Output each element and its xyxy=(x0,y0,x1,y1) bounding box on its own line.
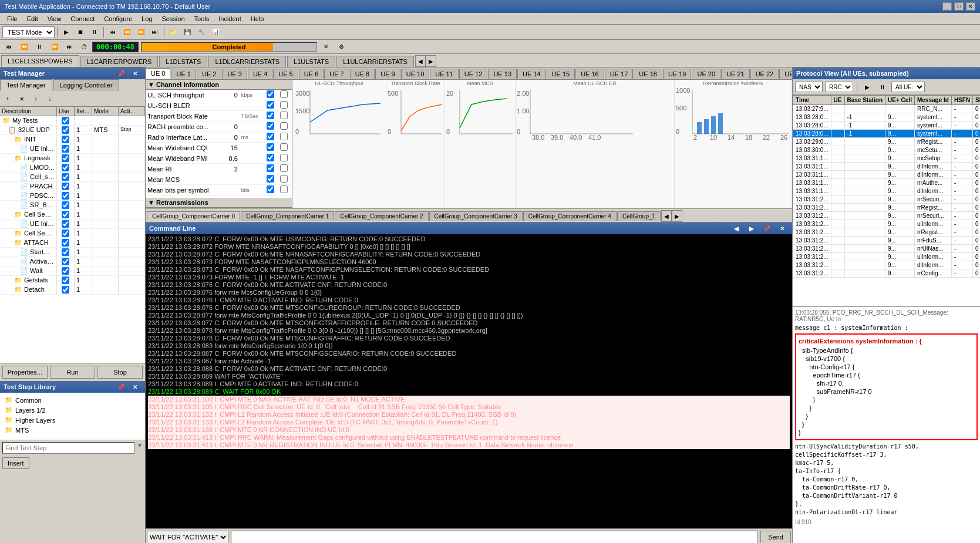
nav-scroll-left[interactable]: ◀ xyxy=(415,55,426,67)
menu-session[interactable]: Session xyxy=(157,14,189,23)
ue-tab-7[interactable]: UE 7 xyxy=(324,69,349,79)
menu-edit[interactable]: Edit xyxy=(22,14,43,23)
timer-settings-btn[interactable]: ⚙ xyxy=(335,41,348,53)
ch-snap-6[interactable] xyxy=(280,143,288,151)
cell-tab-0[interactable]: CellGroup_ComponentCarrier 0 xyxy=(147,211,240,221)
tree-row-cell-search-1[interactable]: 📁 Cell Searc... 1 xyxy=(0,210,145,220)
step-mts[interactable]: 📁 MTS xyxy=(2,425,143,435)
ch-check-5[interactable] xyxy=(267,133,274,140)
proto-row-8[interactable]: 13:03:31:1...9...dlInform...-0 xyxy=(793,163,981,171)
ch-snap-3[interactable] xyxy=(280,112,288,119)
proto-row-1[interactable]: 13:03:27:9...RRC_N...-0 xyxy=(793,105,981,113)
nav-scroll-right[interactable]: ▶ xyxy=(426,55,436,67)
proto-row-5[interactable]: 13:03:29:0...9...rrRegist...-0 xyxy=(793,138,981,146)
ue-tab-3[interactable]: UE 3 xyxy=(222,69,247,79)
toolbar-btn-8[interactable]: 📊 xyxy=(209,26,222,39)
ue-tab-20[interactable]: UE 20 xyxy=(692,69,720,79)
step-common[interactable]: 📁 Common xyxy=(2,395,143,405)
tree-row-ue-init-2[interactable]: 📄 UE Init... 1 xyxy=(0,220,145,229)
proto-row-16[interactable]: 13:03:31:2...9...rrRegist...-0 xyxy=(793,228,981,237)
proto-all-ue-dropdown[interactable]: All UE: xyxy=(891,82,925,92)
proto-row-10[interactable]: 13:03:31:1...9...nrAuthe...-0 xyxy=(793,179,981,187)
ch-snap-9[interactable] xyxy=(280,175,288,183)
insert-btn[interactable]: Insert xyxy=(2,457,29,469)
ch-check-1[interactable] xyxy=(267,90,274,98)
ch-check-4[interactable] xyxy=(267,122,274,130)
cell-scroll-right[interactable]: ▶ xyxy=(672,210,682,222)
ue-tab-2[interactable]: UE 2 xyxy=(197,69,221,79)
timer-btn-4[interactable]: ⏩ xyxy=(48,41,61,53)
close-btn[interactable]: ✕ xyxy=(966,2,975,11)
tree-row-wait[interactable]: 📄 Wait 1 xyxy=(0,267,145,276)
tab-test-manager[interactable]: Test Manager xyxy=(0,79,52,91)
panel-close-btn[interactable]: ✕ xyxy=(129,67,142,80)
ue-tab-5[interactable]: UE 5 xyxy=(273,69,298,79)
ch-snap-7[interactable] xyxy=(280,154,288,161)
tree-row-activati[interactable]: 📄 Activati... 1 xyxy=(0,257,145,267)
ch-check-8[interactable] xyxy=(267,164,274,172)
step-higher-layers[interactable]: 📁 Higher Layers xyxy=(2,415,143,425)
menu-tools[interactable]: Tools xyxy=(190,14,214,23)
ch-check-9[interactable] xyxy=(267,175,274,183)
toolbar-play-btn[interactable]: ▶ xyxy=(60,26,73,39)
tree-row-pdsc[interactable]: 📄 PDSC... 1 xyxy=(0,191,145,201)
cell-tab-4[interactable]: CellGroup_ComponentCarrier 4 xyxy=(523,211,617,221)
tab-l1cellssbpowers[interactable]: L1CELLSSBPOWERS xyxy=(1,55,79,67)
proto-row-11[interactable]: 13:03:31:1...9...dlInform...-0 xyxy=(793,187,981,195)
timer-btn-3[interactable]: ⏸ xyxy=(33,41,46,53)
ue-tab-13[interactable]: UE 13 xyxy=(488,69,517,79)
proto-pause-btn[interactable]: ⏸ xyxy=(876,80,889,93)
tree-row-prach[interactable]: 📄 PRACH 1 xyxy=(0,182,145,191)
tree-add-btn[interactable]: + xyxy=(1,92,14,105)
wait-for-select[interactable]: WAIT FOR "ACTIVATE" xyxy=(147,531,228,544)
panel-pin-btn[interactable]: 📌 xyxy=(114,67,127,80)
tree-remove-btn[interactable]: ✕ xyxy=(15,92,28,105)
ue-tab-9[interactable]: UE 9 xyxy=(375,69,400,79)
ue-tab-8[interactable]: UE 8 xyxy=(350,69,375,79)
ch-snap-10[interactable] xyxy=(280,186,288,193)
timer-btn-1[interactable]: ⏮ xyxy=(2,41,15,53)
ue-tab-0[interactable]: UE 0 xyxy=(146,68,170,79)
toolbar-btn-2[interactable]: ⏪ xyxy=(120,26,133,39)
step-lib-close-btn[interactable]: ✕ xyxy=(129,380,142,393)
timer-btn-5[interactable]: ⏭ xyxy=(63,41,76,53)
ch-check-2[interactable] xyxy=(267,101,274,109)
toolbar-btn-5[interactable]: 📁 xyxy=(167,26,180,39)
ue-tab-11[interactable]: UE 11 xyxy=(430,69,459,79)
proto-row-20[interactable]: 13:03:31:2...9...dlInform...-0 xyxy=(793,261,981,269)
proto-row-13[interactable]: 13:03:31:2...9...rrRegist...-0 xyxy=(793,204,981,212)
cmd-nav-right[interactable]: ▶ xyxy=(745,222,758,235)
tab-l1ulstats[interactable]: L1ULSTATS xyxy=(287,56,335,67)
ch-snap-2[interactable] xyxy=(280,101,288,109)
cmd-pin-btn[interactable]: 📌 xyxy=(760,222,773,235)
cmd-close-btn[interactable]: ✕ xyxy=(776,222,789,235)
ue-tab-16[interactable]: UE 16 xyxy=(575,69,604,79)
cell-tab-5[interactable]: CellGroup_1 xyxy=(617,211,661,221)
tree-row-attach[interactable]: 📁 ATTACH 1 xyxy=(0,238,145,248)
cmd-nav-left[interactable]: ◀ xyxy=(730,222,743,235)
ue-tab-4[interactable]: UE 4 xyxy=(248,69,272,79)
menu-connect[interactable]: Connect xyxy=(66,14,99,23)
run-btn[interactable]: Run xyxy=(50,366,95,379)
proto-row-21[interactable]: 13:03:31:2...9...rrConfig...-0 xyxy=(793,269,981,278)
tree-row-getstats[interactable]: 📁 Getstats 1 xyxy=(0,276,145,285)
ch-snap-5[interactable] xyxy=(280,133,288,140)
find-step-input[interactable] xyxy=(2,442,134,454)
menu-log[interactable]: Log xyxy=(137,14,157,23)
proto-row-17[interactable]: 13:03:31:2...9...nrFduS...-0 xyxy=(793,237,981,245)
ue-tab-14[interactable]: UE 14 xyxy=(517,69,546,79)
tree-row-cell-se[interactable]: 📄 Cell_se... 1 xyxy=(0,173,145,182)
proto-row-15[interactable]: 13:03:31:2...9...ulInform...-0 xyxy=(793,220,981,228)
menu-view[interactable]: View xyxy=(43,14,66,23)
menu-incident[interactable]: Incident xyxy=(214,14,246,23)
tree-row-cell-search-2[interactable]: 📁 Cell Searc... 1 xyxy=(0,229,145,238)
ue-tab-10[interactable]: UE 10 xyxy=(401,69,430,79)
proto-row-18[interactable]: 13:03:31:2...9...nrUlNas...-0 xyxy=(793,245,981,253)
toolbar-btn-6[interactable]: 💾 xyxy=(181,26,194,39)
ue-tab-18[interactable]: UE 18 xyxy=(634,69,662,79)
proto-row-19[interactable]: 13:03:31:2...9...ulInform...-0 xyxy=(793,253,981,261)
minimize-btn[interactable]: _ xyxy=(942,2,952,11)
send-button[interactable]: Send xyxy=(760,531,791,544)
toolbar-pause-btn[interactable]: ⏸ xyxy=(88,26,101,39)
step-lib-pin-btn[interactable]: 📌 xyxy=(114,380,127,393)
